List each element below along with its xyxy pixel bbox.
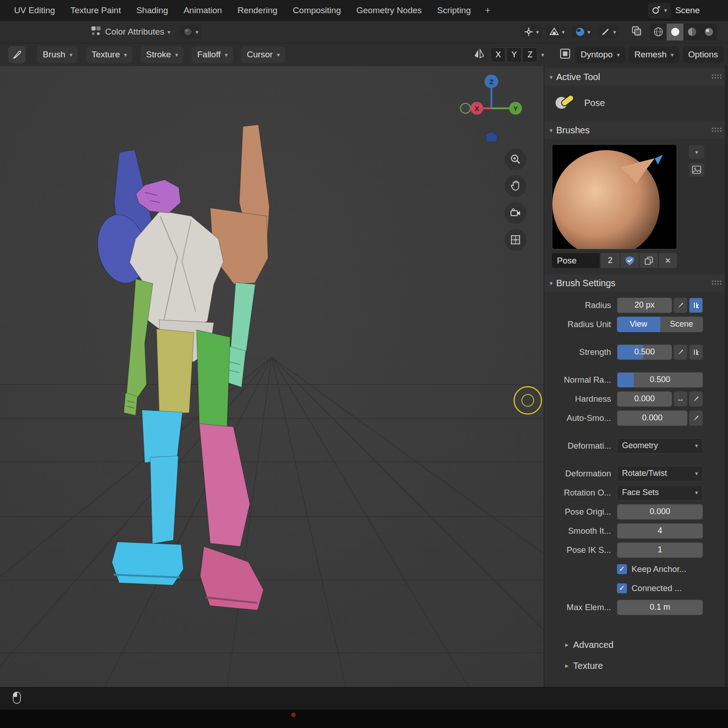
viewport-shading-sphere-toggle[interactable]: ▾ xyxy=(572,25,593,39)
normal-radius-row: Normal Ra... 0.500 xyxy=(544,371,703,388)
remesh-dropdown[interactable]: Remesh▾ xyxy=(629,46,679,63)
color-attributes-label[interactable]: Color Attributes xyxy=(105,27,164,37)
active-tool-display[interactable]: Pose xyxy=(544,86,728,119)
texture-subpanel-header[interactable]: ▸ Texture xyxy=(565,656,722,675)
pose-ik-slider[interactable]: 1 xyxy=(617,542,703,558)
mirror-z-toggle[interactable]: Z xyxy=(522,47,537,62)
pan-hand-button[interactable] xyxy=(505,175,526,197)
radius-unit-scene-option[interactable]: Scene xyxy=(660,317,703,332)
scene-selector[interactable]: ▾ xyxy=(648,3,671,18)
auto-smooth-slider[interactable]: 0.000 xyxy=(617,410,688,426)
mouse-hint-icon xyxy=(12,691,22,707)
brush-preview-thumbnail[interactable] xyxy=(552,144,677,249)
strength-input-toggle-icon[interactable] xyxy=(689,344,703,360)
normal-radius-slider[interactable]: 0.500 xyxy=(617,372,703,388)
scene-name-label[interactable]: Scene xyxy=(675,5,700,15)
pose-ik-row: Pose IK S... 1 xyxy=(544,541,703,558)
3d-viewport[interactable]: Z X Y xyxy=(0,66,544,687)
active-tool-header[interactable]: ▾ Active Tool xyxy=(544,68,728,86)
tab-compositing[interactable]: Compositing xyxy=(285,0,349,20)
shading-solid-button[interactable] xyxy=(667,24,683,40)
brush-color-swatch[interactable]: ▾ xyxy=(180,25,201,39)
smooth-iterations-slider[interactable]: 4 xyxy=(617,523,703,539)
workspace-tab-bar: UV Editing Texture Paint Shading Animati… xyxy=(0,0,728,20)
dyntopo-dropdown[interactable]: Dyntopo▾ xyxy=(575,46,625,63)
options-button[interactable]: Options xyxy=(683,46,723,63)
chevron-down-icon: ▾ xyxy=(664,7,667,13)
chevron-down-icon: ▾ xyxy=(550,280,553,286)
stroke-dropdown[interactable]: Stroke▾ xyxy=(141,46,183,63)
keep-anchor-checkbox[interactable]: ✓ xyxy=(617,564,627,574)
sculpt-model-canvas[interactable] xyxy=(0,66,544,687)
xray-toggle-icon[interactable] xyxy=(631,25,642,39)
zoom-button[interactable] xyxy=(505,148,526,170)
radius-unit-view-option[interactable]: View xyxy=(617,317,660,332)
chevron-down-icon: ▾ xyxy=(195,29,198,35)
tab-uv-editing[interactable]: UV Editing xyxy=(6,0,63,20)
shading-rendered-button[interactable] xyxy=(700,24,717,40)
tab-geometry-nodes[interactable]: Geometry Nodes xyxy=(349,0,430,20)
strength-slider[interactable]: 0.500 xyxy=(617,344,672,360)
orientation-gizmo[interactable]: Z X Y xyxy=(459,73,525,142)
model-right-thigh xyxy=(197,330,230,426)
mirror-x-toggle[interactable]: X xyxy=(490,47,506,62)
radius-unit-toggle-icon[interactable] xyxy=(689,298,703,313)
camera-view-button[interactable] xyxy=(505,202,526,224)
panel-grip-icon[interactable] xyxy=(711,126,723,134)
annotate-pen-toggle[interactable]: ▾ xyxy=(597,25,619,39)
viewport-overlays-toggle[interactable]: ▾ xyxy=(546,25,567,39)
strength-pressure-brush-icon[interactable] xyxy=(673,344,688,360)
mask-settings-icon[interactable] xyxy=(559,47,571,62)
brush-image-button[interactable] xyxy=(689,163,704,177)
active-brush-icon-button[interactable] xyxy=(8,46,25,63)
chevron-down-icon[interactable]: ▾ xyxy=(167,29,171,35)
radius-slider[interactable]: 20 px xyxy=(617,298,672,313)
shading-wireframe-button[interactable] xyxy=(650,24,667,40)
viewport-gizmos-toggle[interactable]: ▾ xyxy=(521,25,542,39)
shading-material-button[interactable] xyxy=(683,24,700,40)
gizmo-minus-z[interactable] xyxy=(485,132,497,142)
gizmo-minus-y[interactable] xyxy=(460,103,470,113)
hardness-invert-icon[interactable]: ↔ xyxy=(673,391,688,407)
fake-user-shield-button[interactable] xyxy=(621,253,639,268)
panel-grip-icon[interactable] xyxy=(711,279,723,287)
falloff-dropdown[interactable]: Falloff▾ xyxy=(192,46,233,63)
brush-settings-header[interactable]: ▾ Brush Settings xyxy=(544,274,728,292)
chevron-down-icon[interactable]: ▾ xyxy=(541,52,544,58)
bottom-edge-marker xyxy=(291,713,296,717)
tab-scripting[interactable]: Scripting xyxy=(430,0,479,20)
scene-icon xyxy=(652,5,662,16)
brush-dropdown[interactable]: Brush▾ xyxy=(37,46,78,63)
tab-texture-paint[interactable]: Texture Paint xyxy=(63,0,129,20)
chevron-down-icon: ▾ xyxy=(695,470,698,476)
texture-dropdown[interactable]: Texture▾ xyxy=(86,46,132,63)
panel-grip-icon[interactable] xyxy=(711,73,723,81)
advanced-subpanel-header[interactable]: ▸ Advanced xyxy=(565,635,722,654)
deformation-target-dropdown[interactable]: Geometry ▾ xyxy=(617,438,703,454)
tab-rendering[interactable]: Rendering xyxy=(230,0,285,20)
remove-brush-button[interactable]: × xyxy=(659,253,677,268)
tab-shading[interactable]: Shading xyxy=(129,0,176,20)
mirror-y-toggle[interactable]: Y xyxy=(506,47,521,62)
brush-preview-dropdown-button[interactable]: ▾ xyxy=(689,145,704,159)
auto-smooth-pressure-brush-icon[interactable] xyxy=(689,410,703,426)
deformation-dropdown[interactable]: Rotate/Twist ▾ xyxy=(617,466,703,481)
brush-user-count-button[interactable]: 2 xyxy=(601,253,620,268)
add-workspace-button[interactable]: + xyxy=(479,0,497,20)
brushes-header[interactable]: ▾ Brushes xyxy=(544,121,728,139)
pose-origin-row: Pose Origi... 0.000 xyxy=(544,503,703,520)
radius-pressure-brush-icon[interactable] xyxy=(673,298,688,313)
duplicate-brush-button[interactable] xyxy=(640,253,658,268)
hardness-slider[interactable]: 0.000 xyxy=(617,391,672,407)
hardness-pressure-brush-icon[interactable] xyxy=(689,391,703,407)
connected-checkbox[interactable]: ✓ xyxy=(617,583,627,593)
max-element-slider[interactable]: 0.1 m xyxy=(617,600,703,615)
smooth-iterations-row: Smooth It... 4 xyxy=(544,522,703,539)
perspective-toggle-button[interactable] xyxy=(505,229,526,251)
cursor-dropdown[interactable]: Cursor▾ xyxy=(241,46,285,63)
rotation-origins-dropdown[interactable]: Face Sets ▾ xyxy=(617,485,703,500)
brush-name-input[interactable]: Pose xyxy=(552,253,600,268)
pose-origin-slider[interactable]: 0.000 xyxy=(617,504,703,520)
tab-animation[interactable]: Animation xyxy=(176,0,230,20)
model-left-hand xyxy=(124,393,137,415)
